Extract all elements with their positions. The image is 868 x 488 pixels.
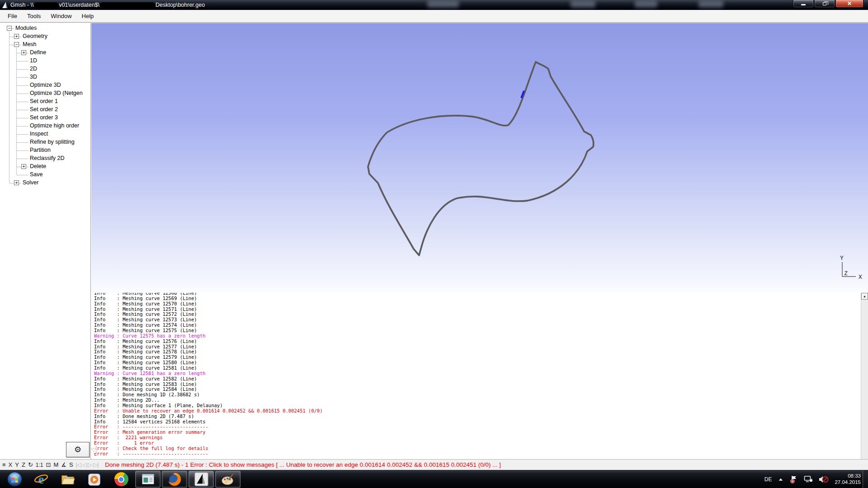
menu-help[interactable]: Help	[77, 11, 99, 21]
expand-toggle-icon[interactable]: +	[14, 180, 19, 185]
expand-toggle-icon[interactable]: +	[21, 50, 26, 55]
console-line-info: Info : Meshing curve 12580 (Line)	[94, 360, 861, 366]
tree-item-partition[interactable]: Partition	[0, 146, 90, 155]
status-view-y-button[interactable]: Y	[15, 461, 19, 468]
action-center-flag-icon[interactable]	[790, 475, 798, 483]
expand-toggle-icon[interactable]: +	[21, 164, 26, 169]
console-line-info: Info : Meshing curve 12582 (Line)	[94, 376, 861, 382]
tree-item-geometry[interactable]: +Geometry	[0, 33, 90, 41]
gmsh-app-icon	[2, 1, 8, 9]
network-status-icon[interactable]	[804, 475, 813, 483]
glass-reflection	[635, 1, 657, 8]
collapse-toggle-icon[interactable]: −	[14, 42, 19, 47]
collapse-toggle-icon[interactable]: −	[7, 26, 12, 31]
tree-item-label: Optimize high order	[30, 122, 79, 129]
status-angle-tool-button[interactable]: ∡	[61, 461, 66, 468]
tree-item-solver[interactable]: +Solver	[0, 179, 90, 187]
taskbar-media-player[interactable]	[82, 471, 107, 488]
tree-item-mesh[interactable]: −Mesh	[0, 41, 90, 49]
console-line-warning: Warning : Curve 12581 has a zero length	[94, 371, 861, 376]
tree-item-3d[interactable]: 3D	[0, 73, 90, 81]
status-message[interactable]: Done meshing 2D (7.487 s) - 1 Error : Cl…	[105, 461, 501, 468]
tree-item-set-order-1[interactable]: Set order 1	[0, 98, 90, 106]
tree-connector	[17, 150, 28, 151]
tree-item-label: Partition	[30, 147, 51, 153]
status-step-back-animation-button[interactable]: ◁	[82, 461, 86, 468]
console-scrollbar[interactable]: ▲	[861, 293, 868, 459]
tree-item-set-order-2[interactable]: Set order 2	[0, 106, 90, 114]
tree-item-modules[interactable]: −Modules	[0, 24, 90, 33]
minimize-button[interactable]	[793, 0, 814, 8]
restore-button[interactable]	[814, 0, 835, 8]
message-console[interactable]: Info : Meshing curve 12568 (Line)Info : …	[91, 293, 861, 459]
taskbar-chrome[interactable]	[108, 471, 134, 488]
start-button[interactable]	[2, 471, 27, 488]
console-line-info: Info : Meshing curve 12576 (Line)	[94, 339, 861, 344]
taskbar-clock[interactable]: 08:33 27.04.2015	[835, 473, 861, 485]
tree-item-label: Define	[30, 49, 46, 56]
taskbar-open-window-app[interactable]	[135, 471, 160, 488]
tree-item-2d[interactable]: 2D	[0, 65, 90, 73]
hidden-icons-chevron-icon[interactable]	[778, 477, 784, 482]
tree-connector	[16, 47, 17, 175]
svg-text:e: e	[38, 472, 44, 486]
status-perspective-toggle-button[interactable]: ⊡	[46, 461, 51, 468]
tree-item-refine-by-splitting[interactable]: Refine by splitting	[0, 138, 90, 146]
tree-connector	[17, 110, 28, 110]
status-view-z-button[interactable]: Z	[22, 461, 25, 468]
taskbar-internet-explorer[interactable]: e	[28, 471, 54, 488]
console-line-info: Info : Meshing curve 12577 (Line)	[94, 344, 861, 350]
status-one-to-one-zoom-button[interactable]: 1:1	[36, 462, 43, 468]
taskbar-windows-explorer[interactable]	[55, 471, 80, 488]
status-mesh-visibility-toggle-button[interactable]: M	[53, 461, 58, 468]
media-player-icon	[87, 472, 102, 487]
tree-connector	[17, 77, 28, 78]
console-line-info: Info : Meshing curve 12569 (Line)	[94, 296, 861, 301]
tree-item-set-order-3[interactable]: Set order 3	[0, 114, 90, 122]
tree-item-label: Refine by splitting	[30, 139, 75, 145]
menu-window[interactable]: Window	[46, 11, 76, 21]
menu-tools[interactable]: Tools	[22, 11, 46, 21]
tree-item-delete[interactable]: +Delete	[0, 163, 90, 171]
status-rotate-view-button[interactable]: ↻	[28, 461, 33, 468]
console-line-info: Info : Meshing curve 12579 (Line)	[94, 355, 861, 360]
language-indicator[interactable]: DE	[764, 476, 772, 483]
tree-item-save[interactable]: Save	[0, 171, 90, 179]
taskbar-gmsh[interactable]	[189, 471, 214, 488]
folder-icon	[60, 472, 75, 487]
windows-start-orb-icon	[7, 471, 23, 487]
tree-item-label: 3D	[30, 74, 37, 80]
status-rewind-animation-button[interactable]: |◁	[76, 461, 81, 468]
status-view-x-button[interactable]: X	[9, 461, 13, 468]
status-status-s-button-button[interactable]: S	[69, 461, 73, 468]
tree-item-label: 2D	[30, 66, 37, 72]
tree-item-reclassify-2d[interactable]: Reclassify 2D	[0, 155, 90, 163]
tree-item-define[interactable]: +Define	[0, 49, 90, 57]
menu-file[interactable]: File	[3, 11, 22, 21]
tree-item-inspect[interactable]: Inspect	[0, 130, 90, 138]
tree-item-1d[interactable]: 1D	[0, 57, 90, 65]
taskbar-paint[interactable]	[215, 471, 241, 488]
tree-connector	[17, 134, 28, 135]
status-play-animation-button[interactable]: ▷	[88, 461, 92, 468]
volume-muted-icon[interactable]	[819, 475, 829, 483]
tree-item-optimize-3d-netgen[interactable]: Optimize 3D (Netgen	[0, 89, 90, 98]
close-button[interactable]: ✕	[835, 0, 863, 8]
status-console-toggle-button[interactable]: ≡	[2, 461, 6, 468]
tree-item-optimize-high-order[interactable]: Optimize high order	[0, 122, 90, 130]
drill-outline-curve	[368, 62, 594, 255]
drill-profile-drawing: Y X Z	[91, 23, 868, 293]
taskbar-firefox[interactable]	[162, 471, 187, 488]
model-viewport[interactable]: Y X Z	[91, 23, 868, 293]
console-options-button[interactable]: ⚙	[66, 442, 90, 457]
status-fast-forward-animation-button[interactable]: ▷|	[93, 461, 98, 468]
expand-toggle-icon[interactable]: +	[14, 34, 19, 39]
console-line-info: Info : Done meshing 1D (2.38682 s)	[94, 392, 861, 398]
tree-connector	[17, 61, 28, 61]
tree-item-optimize-3d[interactable]: Optimize 3D	[0, 81, 90, 89]
module-tree-panel: −Modules+Geometry−Mesh+Define1D2D3DOptim…	[0, 23, 91, 459]
console-line-error: Error : Unable to recover an edge 0.0016…	[94, 408, 861, 414]
show-desktop-button[interactable]	[863, 470, 868, 488]
caret-down-icon[interactable]: ▽	[91, 446, 96, 453]
scroll-up-icon[interactable]: ▲	[861, 293, 868, 300]
